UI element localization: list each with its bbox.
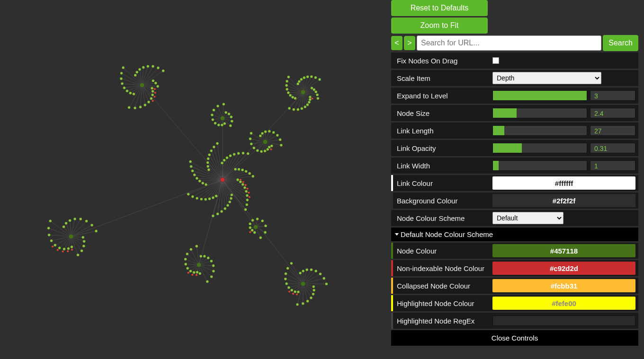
svg-point-83: [190, 165, 193, 168]
svg-line-5: [199, 180, 223, 265]
link-opacity-slider[interactable]: [492, 143, 587, 153]
svg-line-473: [303, 284, 308, 301]
svg-line-7: [223, 180, 256, 227]
svg-line-163: [124, 85, 142, 88]
svg-point-148: [147, 101, 150, 104]
svg-point-321: [230, 115, 233, 118]
svg-line-187: [142, 71, 163, 85]
svg-point-409: [203, 255, 206, 258]
svg-line-183: [142, 66, 153, 85]
svg-point-354: [49, 219, 52, 222]
svg-point-452: [302, 270, 304, 272]
svg-point-333: [67, 250, 69, 252]
svg-line-461: [303, 278, 324, 284]
svg-point-188: [162, 70, 165, 72]
svg-point-89: [206, 165, 209, 168]
svg-point-255: [316, 93, 319, 96]
highlighted-colour-swatch[interactable]: #fefe00: [492, 297, 635, 310]
svg-point-427: [296, 293, 298, 295]
node-colour-swatch[interactable]: #457118: [492, 244, 635, 257]
close-controls-button[interactable]: Close Controls: [391, 330, 638, 346]
svg-point-130: [220, 177, 225, 182]
highlighted-regex-input[interactable]: [492, 315, 635, 326]
svg-point-472: [310, 297, 313, 299]
svg-point-18: [245, 184, 247, 186]
svg-point-424: [197, 263, 201, 267]
svg-point-440: [285, 282, 288, 285]
node-size-slider[interactable]: [492, 108, 587, 118]
svg-point-97: [210, 149, 213, 152]
svg-point-284: [264, 130, 267, 133]
link-length-value[interactable]: 27: [590, 125, 635, 136]
svg-point-266: [263, 149, 266, 152]
svg-line-62: [201, 180, 223, 199]
svg-point-446: [286, 267, 289, 270]
svg-point-221: [289, 94, 292, 97]
svg-point-356: [63, 225, 65, 228]
svg-point-474: [306, 300, 309, 303]
svg-point-93: [207, 158, 210, 160]
svg-point-138: [152, 90, 154, 93]
node-colour-scheme-select[interactable]: Default: [492, 212, 564, 224]
search-button[interactable]: Search: [603, 35, 638, 51]
svg-point-435: [288, 291, 290, 293]
svg-point-15: [239, 180, 242, 183]
link-length-row: Link Length 27: [391, 123, 638, 139]
svg-point-235: [298, 80, 301, 83]
svg-point-213: [292, 108, 295, 111]
svg-point-485: [249, 226, 251, 229]
svg-line-418: [199, 265, 212, 277]
svg-point-141: [153, 96, 155, 98]
link-colour-swatch[interactable]: #ffffff: [492, 176, 635, 190]
svg-point-99: [213, 146, 215, 149]
link-width-slider[interactable]: [492, 160, 587, 171]
svg-point-239: [303, 76, 305, 79]
svg-point-121: [237, 168, 240, 171]
svg-line-4: [71, 180, 223, 236]
svg-point-65: [196, 197, 198, 200]
svg-point-49: [220, 210, 223, 213]
svg-point-502: [253, 225, 258, 229]
svg-point-421: [206, 280, 209, 283]
svg-point-27: [245, 190, 248, 193]
svg-point-307: [211, 118, 214, 121]
next-button[interactable]: >: [404, 36, 415, 50]
link-width-value[interactable]: 1: [590, 160, 635, 171]
svg-point-360: [69, 219, 72, 222]
svg-point-442: [284, 278, 287, 280]
bg-colour-swatch[interactable]: #2f2f2f: [492, 194, 635, 207]
svg-line-361: [71, 219, 75, 236]
svg-point-26: [248, 192, 250, 193]
svg-point-346: [54, 244, 56, 246]
svg-point-127: [248, 172, 251, 175]
prev-button[interactable]: <: [391, 36, 402, 50]
node-size-value[interactable]: 2.4: [590, 108, 635, 118]
svg-point-329: [71, 249, 73, 251]
svg-point-134: [151, 87, 153, 90]
nonindex-colour-swatch[interactable]: #c92d2d: [492, 262, 635, 275]
svg-point-30: [249, 196, 250, 198]
scheme-accordion-header[interactable]: Default Node Colour Scheme: [391, 228, 638, 241]
collapsed-colour-swatch[interactable]: #fcbb31: [492, 279, 635, 292]
link-length-slider[interactable]: [492, 125, 587, 136]
svg-point-483: [251, 229, 254, 232]
svg-point-311: [212, 109, 215, 112]
svg-point-499: [259, 236, 262, 239]
svg-point-338: [63, 247, 66, 250]
svg-point-154: [134, 106, 136, 109]
svg-point-113: [237, 152, 240, 155]
svg-point-69: [187, 193, 190, 196]
fix-nodes-checkbox[interactable]: [492, 57, 499, 64]
expand-level-value[interactable]: 3: [590, 90, 635, 101]
svg-point-491: [256, 218, 259, 220]
link-opacity-value[interactable]: 0.31: [590, 143, 635, 153]
svg-point-137: [154, 92, 156, 94]
reset-button[interactable]: Reset to Defaults: [391, 0, 488, 16]
zoom-fit-button[interactable]: Zoom to Fit: [391, 18, 488, 34]
graph-canvas[interactable]: [0, 0, 391, 359]
expand-level-slider[interactable]: [492, 90, 587, 101]
scale-item-select[interactable]: Depth: [492, 72, 601, 84]
svg-point-407: [199, 255, 202, 258]
svg-line-155: [129, 85, 142, 107]
search-input[interactable]: [417, 35, 601, 51]
